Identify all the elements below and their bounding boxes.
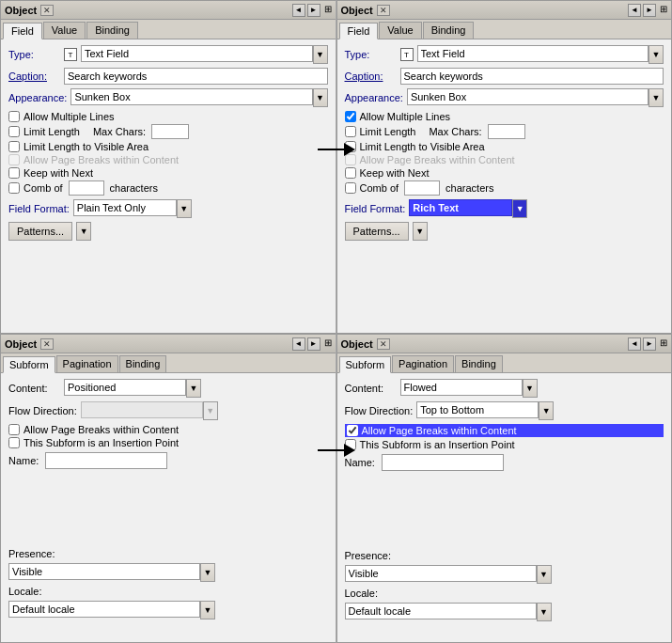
- type-input-tr[interactable]: [417, 45, 649, 62]
- allow-multi-cb-tl[interactable]: [8, 111, 20, 122]
- max-chars-input-tl[interactable]: [151, 124, 189, 139]
- presence-select-br[interactable]: ▼: [345, 565, 552, 584]
- allow-page-breaks-cb-tl[interactable]: [8, 154, 20, 165]
- flow-dir-select-br[interactable]: ▼: [416, 401, 554, 420]
- locale-arrow-br[interactable]: ▼: [537, 603, 552, 621]
- tab-subform-br[interactable]: Subform: [339, 356, 392, 373]
- presence-input-bl[interactable]: [8, 563, 200, 580]
- nav-left-btn-bl[interactable]: ◄: [292, 337, 305, 351]
- appearance-select-tl[interactable]: ▼: [70, 88, 327, 107]
- tab-field-top-left[interactable]: Field: [3, 23, 42, 39]
- content-input-br[interactable]: [400, 379, 523, 396]
- comb-cb-tl[interactable]: [8, 182, 20, 194]
- content-select-bl[interactable]: ▼: [64, 379, 201, 398]
- caption-input-tr[interactable]: [400, 68, 664, 85]
- allow-multi-cb-tr[interactable]: [345, 111, 356, 122]
- appearance-input-tr[interactable]: [407, 88, 649, 105]
- field-format-input-tl[interactable]: [73, 199, 177, 216]
- flow-dir-input-br[interactable]: [416, 401, 539, 418]
- insertion-point-cb-bl[interactable]: [8, 437, 20, 448]
- insertion-point-row-bl: This Subform is an Insertion Point: [8, 437, 328, 448]
- appearance-arrow-tl[interactable]: ▼: [313, 88, 328, 107]
- patterns-arrow-tl[interactable]: ▼: [76, 222, 91, 241]
- locale-select-bl[interactable]: ▼: [8, 601, 215, 619]
- type-dropdown-arrow-tr[interactable]: ▼: [649, 45, 664, 64]
- content-select-br[interactable]: ▼: [400, 379, 538, 398]
- type-select-tr[interactable]: ▼: [417, 45, 664, 64]
- tab-binding-bl[interactable]: Binding: [119, 355, 167, 372]
- patterns-arrow-tr[interactable]: ▼: [413, 222, 428, 241]
- tab-binding-top-left[interactable]: Binding: [86, 22, 138, 39]
- max-chars-input-tr[interactable]: [488, 124, 525, 139]
- nav-right-btn-tr[interactable]: ►: [643, 4, 656, 17]
- locale-input-br[interactable]: [345, 603, 537, 619]
- limit-length-cb-tl[interactable]: [8, 126, 20, 137]
- comb-cb-tr[interactable]: [345, 182, 356, 194]
- locale-arrow-bl[interactable]: ▼: [200, 601, 215, 619]
- tab-field-top-right[interactable]: Field: [339, 23, 379, 39]
- content-arrow-br[interactable]: ▼: [523, 379, 538, 398]
- locale-select-br[interactable]: ▼: [345, 603, 552, 621]
- limit-length-cb-tr[interactable]: [345, 126, 356, 137]
- name-input-br[interactable]: [382, 454, 504, 471]
- allow-page-breaks-cb-tr[interactable]: [345, 154, 356, 165]
- tab-binding-top-right[interactable]: Binding: [423, 22, 475, 39]
- nav-right-btn-bl[interactable]: ►: [307, 337, 320, 351]
- nav-right-btn-br[interactable]: ►: [643, 337, 656, 351]
- field-format-arrow-tr[interactable]: ▼: [512, 199, 527, 218]
- expand-icon-bl[interactable]: ⊞: [324, 337, 332, 351]
- limit-visible-cb-tr[interactable]: [345, 141, 356, 152]
- tab-binding-br[interactable]: Binding: [455, 355, 503, 372]
- nav-left-btn-tr[interactable]: ◄: [628, 4, 641, 17]
- presence-input-br[interactable]: [345, 565, 537, 582]
- tab-pagination-bl[interactable]: Pagination: [56, 355, 118, 372]
- comb-input-tr[interactable]: [404, 180, 440, 196]
- allow-multi-tl: Allow Multiple Lines: [8, 111, 328, 122]
- patterns-btn-tr[interactable]: Patterns...: [345, 222, 409, 241]
- flow-dir-select-bl[interactable]: ▼: [81, 401, 218, 420]
- comb-input-tl[interactable]: [69, 180, 104, 196]
- tab-pagination-br[interactable]: Pagination: [392, 355, 454, 372]
- appearance-select-tr[interactable]: ▼: [407, 88, 664, 107]
- allow-page-breaks-cb-br[interactable]: [347, 425, 358, 436]
- panel-bottom-left-close[interactable]: ✕: [40, 338, 54, 350]
- keep-next-cb-tl[interactable]: [8, 167, 20, 179]
- panel-bottom-right-close[interactable]: ✕: [377, 338, 390, 350]
- caption-input-tl[interactable]: [64, 68, 328, 85]
- keep-next-cb-tr[interactable]: [345, 167, 356, 179]
- presence-select-bl[interactable]: ▼: [8, 563, 215, 582]
- expand-icon-br[interactable]: ⊞: [660, 337, 667, 351]
- panel-top-left-close[interactable]: ✕: [40, 5, 54, 16]
- appearance-input-tl[interactable]: [70, 88, 312, 105]
- field-format-select-tr[interactable]: ▼: [409, 199, 527, 218]
- flow-dir-arrow-bl[interactable]: ▼: [203, 401, 218, 420]
- content-arrow-bl[interactable]: ▼: [186, 379, 201, 398]
- content-input-bl[interactable]: [64, 379, 186, 396]
- patterns-btn-tl[interactable]: Patterns...: [8, 222, 72, 241]
- expand-icon[interactable]: ⊞: [324, 4, 332, 17]
- expand-icon-tr[interactable]: ⊞: [660, 4, 667, 17]
- presence-arrow-br[interactable]: ▼: [537, 565, 552, 584]
- tab-value-top-left[interactable]: Value: [43, 22, 86, 39]
- limit-visible-cb-tl[interactable]: [8, 141, 20, 152]
- flow-dir-arrow-br[interactable]: ▼: [539, 401, 554, 420]
- name-input-bl[interactable]: [45, 452, 167, 469]
- type-select-tl[interactable]: ▼: [81, 45, 328, 64]
- tab-value-top-right[interactable]: Value: [379, 22, 421, 39]
- type-dropdown-arrow-tl[interactable]: ▼: [313, 45, 328, 64]
- presence-arrow-bl[interactable]: ▼: [200, 563, 215, 582]
- field-format-input-tr[interactable]: [409, 199, 512, 216]
- flow-dir-input-bl[interactable]: [81, 401, 203, 418]
- allow-page-breaks-cb-bl[interactable]: [8, 424, 20, 435]
- insertion-point-cb-br[interactable]: [345, 439, 356, 450]
- nav-left-btn[interactable]: ◄: [292, 4, 305, 17]
- field-format-arrow-tl[interactable]: ▼: [177, 199, 192, 218]
- nav-left-btn-br[interactable]: ◄: [628, 337, 641, 351]
- field-format-select-tl[interactable]: ▼: [73, 199, 192, 218]
- type-input-tl[interactable]: [81, 45, 313, 62]
- panel-top-right-close[interactable]: ✕: [377, 5, 390, 16]
- locale-input-bl[interactable]: [8, 601, 200, 618]
- nav-right-btn[interactable]: ►: [307, 4, 320, 17]
- appearance-arrow-tr[interactable]: ▼: [649, 88, 664, 107]
- tab-subform-bl[interactable]: Subform: [3, 356, 55, 373]
